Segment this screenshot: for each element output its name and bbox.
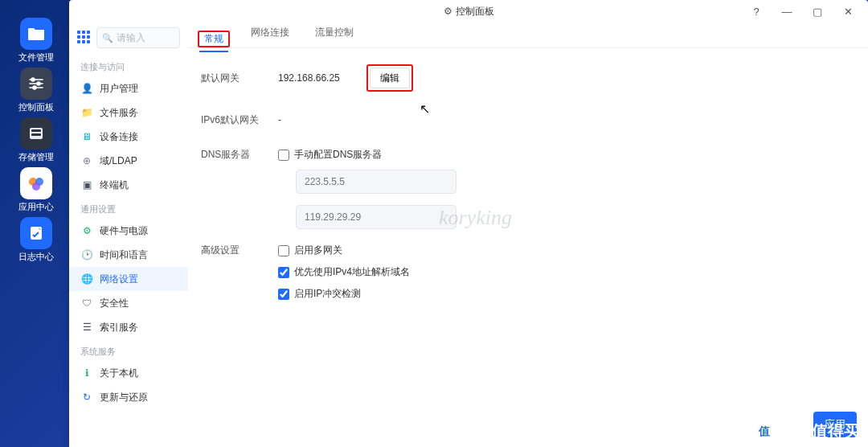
checkbox-label: 启用多网关 <box>294 244 342 257</box>
svg-rect-8 <box>31 133 41 136</box>
maximize-button[interactable]: ▢ <box>802 1 833 22</box>
multi-gateway-checkbox[interactable]: 启用多网关 <box>278 244 410 257</box>
folder-icon: 📁 <box>80 106 93 119</box>
ip-conflict-checkbox[interactable]: 启用IP冲突检测 <box>278 287 410 301</box>
dns-label: DNS服务器 <box>201 148 278 162</box>
sliders-icon <box>20 68 52 100</box>
titlebar: 控制面板 ? — ▢ ✕ <box>69 0 868 23</box>
sidebar-item-label: 域/LDAP <box>100 154 137 168</box>
storage-icon <box>20 117 52 150</box>
search-input[interactable]: 请输入 <box>96 27 180 48</box>
sidebar-item-about[interactable]: ℹ关于本机 <box>69 361 188 385</box>
control-panel-window: 控制面板 ? — ▢ ✕ 请输入 连接与访问 👤用户管理 📁文件服务 🖥设备连接… <box>69 0 868 447</box>
sidebar-section-general: 通用设置 <box>69 197 188 219</box>
sidebar-item-label: 用户管理 <box>100 82 138 96</box>
sidebar-item-label: 索引服务 <box>100 321 138 334</box>
dock-item-file-manager[interactable]: 文件管理 <box>10 18 63 63</box>
sidebar-section-connection: 连接与访问 <box>69 55 188 76</box>
sidebar-item-network[interactable]: 🌐网络设置 <box>69 267 188 291</box>
shield-icon: 🛡 <box>80 297 93 310</box>
dock-item-control-panel[interactable]: 控制面板 <box>10 68 63 113</box>
svg-point-3 <box>31 78 35 81</box>
dock-label: 文件管理 <box>10 51 63 63</box>
ipv4-priority-checkbox[interactable]: 优先使用IPv4地址解析域名 <box>278 265 410 279</box>
dock-label: 日志中心 <box>10 251 63 262</box>
sidebar-item-label: 网络设置 <box>100 273 138 286</box>
svg-point-5 <box>33 86 36 89</box>
checkbox-icon[interactable] <box>278 150 289 161</box>
svg-point-11 <box>32 182 40 191</box>
sidebar-item-device[interactable]: 🖥设备连接 <box>69 125 188 149</box>
sidebar-item-label: 更新与还原 <box>100 391 148 404</box>
sidebar-item-label: 硬件与电源 <box>100 224 148 238</box>
desktop-dock: 文件管理 控制面板 存储管理 应用中心 日志中心 <box>5 0 68 447</box>
checkbox-icon[interactable] <box>278 267 289 278</box>
folder-icon <box>20 18 52 50</box>
chip-icon: ⚙ <box>80 224 93 237</box>
tabs: 常规 网络连接 流量控制 <box>188 23 868 48</box>
svg-rect-7 <box>31 129 41 132</box>
log-icon <box>20 217 52 249</box>
dns1-input[interactable] <box>296 170 457 194</box>
settings-content: 默认网关 192.168.66.25 编辑 IPv6默认网关 - DNS服务器 … <box>188 48 868 336</box>
svg-point-4 <box>37 82 40 85</box>
sidebar-item-security[interactable]: 🛡安全性 <box>69 291 188 315</box>
edit-gateway-button[interactable]: 编辑 <box>370 68 410 88</box>
sidebar-item-label: 时间和语言 <box>100 248 148 262</box>
refresh-icon: ↻ <box>80 391 93 404</box>
brand-icon: 值 <box>754 421 775 442</box>
dns2-input[interactable] <box>296 205 457 229</box>
sidebar-item-hardware[interactable]: ⚙硬件与电源 <box>69 219 188 243</box>
sidebar-section-system: 系统服务 <box>69 339 188 361</box>
user-icon: 👤 <box>80 82 93 95</box>
clock-icon: 🕑 <box>80 248 93 261</box>
checkbox-icon[interactable] <box>278 289 289 300</box>
sidebar-item-ldap[interactable]: ⊕域/LDAP <box>69 149 188 173</box>
checkbox-label: 启用IP冲突检测 <box>294 287 361 301</box>
ipv6-gateway-label: IPv6默认网关 <box>201 113 278 127</box>
globe-icon: ⊕ <box>80 154 93 167</box>
gateway-value: 192.168.66.25 <box>278 72 366 84</box>
dns-manual-checkbox[interactable]: 手动配置DNS服务器 <box>278 148 457 162</box>
highlight-box-tab: 常规 <box>198 31 230 47</box>
tab-connection[interactable]: 网络连接 <box>246 21 294 47</box>
brand-badge: 值 什么值得买 <box>754 420 860 442</box>
sidebar-item-label: 文件服务 <box>100 106 138 120</box>
highlight-box-edit: 编辑 <box>366 64 413 92</box>
sidebar-item-file[interactable]: 📁文件服务 <box>69 100 188 125</box>
tab-flow[interactable]: 流量控制 <box>310 21 358 47</box>
sidebar-item-label: 终端机 <box>100 178 129 192</box>
ipv6-gateway-value: - <box>278 114 366 125</box>
sidebar-item-label: 关于本机 <box>100 367 138 380</box>
sidebar-item-index[interactable]: ☰索引服务 <box>69 315 188 339</box>
dock-item-app-center[interactable]: 应用中心 <box>10 167 63 212</box>
brand-text: 什么值得买 <box>780 420 860 442</box>
info-icon: ℹ <box>80 367 93 379</box>
device-icon: 🖥 <box>80 130 93 143</box>
sidebar-item-time[interactable]: 🕑时间和语言 <box>69 243 188 267</box>
dock-item-storage[interactable]: 存储管理 <box>10 117 63 162</box>
gateway-label: 默认网关 <box>201 72 278 85</box>
network-icon: 🌐 <box>80 273 93 285</box>
sidebar: 请输入 连接与访问 👤用户管理 📁文件服务 🖥设备连接 ⊕域/LDAP ▣终端机… <box>69 23 188 447</box>
app-center-icon <box>20 167 52 199</box>
sidebar-item-label: 安全性 <box>100 297 129 310</box>
dock-label: 存储管理 <box>10 151 63 162</box>
dock-item-log-center[interactable]: 日志中心 <box>10 217 63 262</box>
checkbox-label: 手动配置DNS服务器 <box>294 148 382 162</box>
sidebar-item-update[interactable]: ↻更新与还原 <box>69 385 188 409</box>
dock-label: 控制面板 <box>10 101 63 113</box>
close-button[interactable]: ✕ <box>833 1 863 22</box>
index-icon: ☰ <box>80 321 93 334</box>
search-placeholder: 请输入 <box>117 31 145 45</box>
minimize-button[interactable]: — <box>772 1 802 22</box>
apps-grid-icon[interactable] <box>77 31 92 45</box>
checkbox-icon[interactable] <box>278 245 289 256</box>
terminal-icon: ▣ <box>80 178 93 191</box>
sidebar-item-user[interactable]: 👤用户管理 <box>69 76 188 100</box>
main-panel: 常规 网络连接 流量控制 默认网关 192.168.66.25 编辑 IPv6默… <box>188 23 868 447</box>
advanced-label: 高级设置 <box>201 244 278 257</box>
sidebar-item-terminal[interactable]: ▣终端机 <box>69 173 188 197</box>
help-button[interactable]: ? <box>741 1 772 22</box>
checkbox-label: 优先使用IPv4地址解析域名 <box>294 265 410 279</box>
